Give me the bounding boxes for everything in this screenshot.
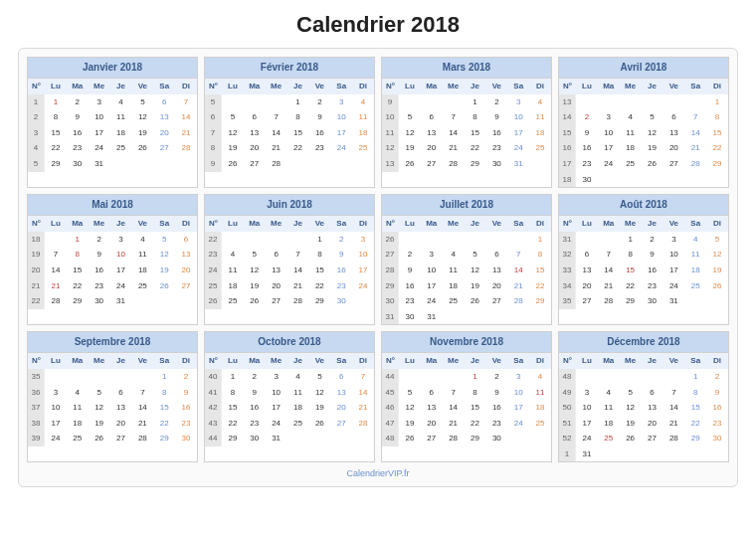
dow-header: Ma (67, 353, 89, 369)
week-number: 21 (28, 278, 45, 294)
dow-header: Me (620, 216, 642, 232)
day-cell: 5 (222, 109, 244, 125)
day-cell (684, 293, 706, 309)
day-cell: 22 (153, 416, 175, 432)
day-cell: 21 (662, 416, 684, 432)
day-cell: 1 (465, 369, 486, 385)
week-row: 1830 (559, 172, 728, 188)
week-row: 45567891011 (382, 385, 551, 401)
day-cell: 3 (598, 109, 620, 125)
month-block: Janvier 2018N°LuMaMeJeVeSaDi112345672891… (27, 57, 198, 188)
dow-header: Je (110, 216, 132, 232)
day-cell: 24 (662, 278, 684, 294)
week-row: 1616171819202122 (559, 140, 728, 156)
day-cell (175, 293, 197, 309)
dow-header: Ve (308, 79, 330, 94)
day-cell: 25 (352, 140, 374, 156)
week-row: 819202122232425 (205, 140, 374, 156)
week-row: 441234 (382, 369, 551, 385)
day-cell (352, 293, 374, 309)
month-title: Janvier 2018 (28, 58, 197, 79)
week-row: 493456789 (559, 385, 728, 401)
dow-header: Sa (330, 353, 352, 369)
day-cell: 24 (330, 140, 352, 156)
day-cell: 3 (89, 94, 110, 110)
day-cell: 25 (598, 431, 620, 446)
day-cell (576, 232, 598, 248)
day-cell: 6 (244, 109, 266, 125)
day-cell: 13 (576, 263, 598, 278)
day-cell: 22 (620, 278, 642, 294)
day-cell (330, 431, 352, 446)
day-cell: 20 (153, 125, 175, 141)
day-cell: 14 (662, 400, 684, 416)
week-row: 1723242526272829 (559, 156, 728, 172)
day-cell: 2 (67, 94, 89, 110)
dow-row: N°LuMaMeJeVeSaDi (382, 216, 551, 232)
month-block: Mai 2018N°LuMaMeJeVeSaDi1812345619789101… (27, 194, 198, 325)
day-cell: 28 (266, 156, 287, 172)
day-cell: 9 (244, 385, 266, 401)
month-block: Novembre 2018N°LuMaMeJeVeSaDi44123445567… (381, 331, 552, 462)
day-cell: 21 (266, 140, 287, 156)
dow-header: Lu (45, 216, 67, 232)
day-cell: 10 (507, 385, 529, 401)
day-cell: 21 (507, 278, 529, 294)
day-cell: 18 (529, 400, 551, 416)
day-cell (67, 369, 89, 385)
day-cell: 21 (443, 416, 465, 432)
dow-header: Ve (131, 353, 153, 369)
day-cell: 27 (244, 156, 266, 172)
dow-header: Sa (684, 216, 706, 232)
day-cell: 28 (352, 416, 374, 432)
week-row: 261 (382, 232, 551, 248)
day-cell: 13 (421, 125, 443, 141)
week-number: 15 (559, 125, 576, 141)
day-cell (222, 232, 244, 248)
day-cell: 17 (421, 278, 443, 294)
day-cell (287, 431, 309, 446)
week-number: 44 (382, 369, 399, 385)
day-cell (308, 431, 330, 446)
week-number: 9 (382, 94, 399, 110)
dow-header: Ve (662, 353, 684, 369)
dow-header: Sa (153, 353, 175, 369)
dow-header: Lu (45, 353, 67, 369)
day-cell: 11 (620, 125, 642, 141)
day-cell: 31 (421, 309, 443, 325)
day-cell (244, 94, 266, 110)
week-row: 5010111213141516 (559, 400, 728, 416)
day-cell (529, 309, 551, 325)
dow-row: N°LuMaMeJeVeSaDi (382, 79, 551, 94)
day-cell: 29 (153, 431, 175, 446)
day-cell: 20 (642, 416, 663, 432)
day-cell: 15 (465, 125, 486, 141)
week-number: 46 (382, 400, 399, 416)
dow-header: Je (287, 216, 309, 232)
week-row: 352728293031 (559, 293, 728, 309)
day-cell (642, 369, 663, 385)
dow-header: Je (465, 216, 486, 232)
day-cell (110, 369, 132, 385)
day-cell: 4 (287, 369, 309, 385)
day-cell: 2 (576, 109, 598, 125)
dow-header: Di (529, 353, 551, 369)
dow-header: Lu (222, 79, 244, 94)
week-row: 4812 (559, 369, 728, 385)
week-row: 3023242526272829 (382, 293, 551, 309)
day-cell: 4 (684, 232, 706, 248)
day-cell: 11 (222, 263, 244, 278)
day-cell: 23 (67, 140, 89, 156)
week-row: 2228293031 (28, 293, 197, 309)
weeknum-header: N° (382, 79, 399, 94)
day-cell: 13 (330, 385, 352, 401)
day-cell: 10 (421, 263, 443, 278)
day-cell (598, 369, 620, 385)
weeknum-header: N° (205, 353, 222, 369)
day-cell: 11 (529, 109, 551, 125)
day-cell (485, 309, 507, 325)
day-cell: 29 (465, 156, 486, 172)
day-cell: 23 (175, 416, 197, 432)
week-row: 401234567 (205, 369, 374, 385)
week-number: 28 (382, 263, 399, 278)
